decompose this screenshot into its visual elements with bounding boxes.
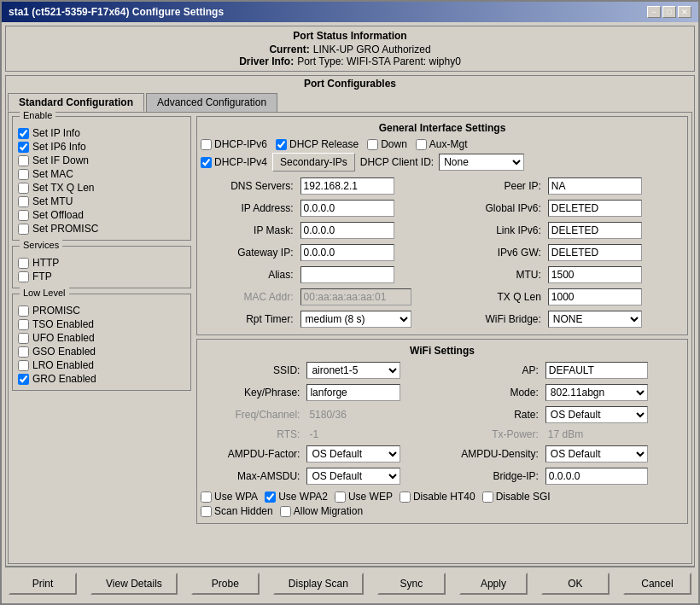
rpt-timer-select[interactable]: medium (8 s) <box>300 311 411 328</box>
use-wpa-label: Use WPA <box>214 491 258 503</box>
rts-label: RTS: <box>202 427 302 442</box>
ip-mask-input[interactable] <box>300 222 394 239</box>
tab-standard[interactable]: Standard Configuration <box>8 93 144 112</box>
gateway-ip-input[interactable] <box>300 244 394 261</box>
set-ip6-info-label: Set IP6 Info <box>32 141 86 153</box>
cancel-button[interactable]: Cancel <box>623 573 691 595</box>
wifi-bridge-select[interactable]: NONE <box>548 311 642 328</box>
bridge-ip-input[interactable] <box>545 468 648 485</box>
set-promisc-checkbox[interactable] <box>18 224 29 235</box>
dhcp-release-label: DHCP Release <box>289 138 359 150</box>
allow-migration-checkbox[interactable] <box>280 506 291 517</box>
gro-enabled-label: GRO Enabled <box>32 373 96 385</box>
disable-sgi-checkbox[interactable] <box>482 492 493 503</box>
scan-hidden-checkbox[interactable] <box>201 506 212 517</box>
peer-ip-input[interactable] <box>548 177 642 195</box>
use-wep-checkbox[interactable] <box>335 492 346 503</box>
tab-content-area: Enable Set IP Info Set IP6 Info Set IF D… <box>8 112 692 564</box>
ipv6-gw-input[interactable] <box>548 244 642 261</box>
configuration-tabs: Standard Configuration Advanced Configur… <box>8 93 692 112</box>
http-checkbox[interactable] <box>18 258 29 269</box>
print-button[interactable]: Print <box>9 573 77 595</box>
maximize-button[interactable]: □ <box>662 6 676 18</box>
ok-button[interactable]: OK <box>541 573 610 595</box>
key-phrase-input[interactable] <box>306 384 400 401</box>
ampdu-factor-select[interactable]: OS Default <box>306 445 400 462</box>
set-tx-q-len-checkbox[interactable] <box>18 183 29 194</box>
gateway-ip-label: Gateway IP: <box>202 242 296 263</box>
dhcp-ipv4-checkbox[interactable] <box>201 157 212 168</box>
list-item: Set TX Q Len <box>18 182 185 194</box>
list-item: Set IP6 Info <box>18 141 185 153</box>
close-button[interactable]: ✕ <box>678 6 691 18</box>
dhcp-ipv6-checkbox[interactable] <box>201 139 212 150</box>
tab-advanced[interactable]: Advanced Configuration <box>146 93 277 112</box>
secondary-ips-button[interactable]: Secondary-IPs <box>272 153 355 172</box>
ssid-select[interactable]: aironet1-5 <box>306 362 400 379</box>
list-item: TSO Enabled <box>18 318 185 330</box>
global-ipv6-input[interactable] <box>548 200 642 217</box>
driver-value: Port Type: WIFI-STA Parent: wiphy0 <box>297 55 461 67</box>
table-row: Alias: MTU: <box>202 265 682 285</box>
ampdu-density-cell: OS Default <box>543 444 682 464</box>
ftp-label: FTP <box>32 271 52 282</box>
rpt-timer-label: Rpt Timer: <box>202 309 296 329</box>
allow-migration-field: Allow Migration <box>280 505 363 517</box>
down-checkbox[interactable] <box>367 139 378 150</box>
lro-enabled-checkbox[interactable] <box>18 360 29 371</box>
ap-input[interactable] <box>545 362 648 379</box>
view-details-button[interactable]: View Details <box>90 573 178 595</box>
set-offload-checkbox[interactable] <box>18 210 29 221</box>
probe-button[interactable]: Probe <box>191 573 260 595</box>
services-group-title: Services <box>20 240 62 250</box>
dhcp-client-id-select[interactable]: None <box>439 154 524 171</box>
gateway-ip-cell <box>298 242 458 263</box>
gso-enabled-checkbox[interactable] <box>18 346 29 358</box>
set-ip-info-checkbox[interactable] <box>18 128 29 139</box>
set-promisc-label: Set PROMISC <box>32 223 98 235</box>
mtu-input[interactable] <box>548 266 642 283</box>
minimize-button[interactable]: − <box>647 6 661 18</box>
tso-enabled-label: TSO Enabled <box>32 318 94 330</box>
gro-enabled-checkbox[interactable] <box>18 374 29 385</box>
list-item: LRO Enabled <box>18 359 185 371</box>
right-panel: General Interface Settings DHCP-IPv6 DHC… <box>196 116 688 560</box>
dns-input[interactable] <box>300 177 394 195</box>
scan-hidden-label: Scan Hidden <box>214 505 273 517</box>
set-ip6-info-checkbox[interactable] <box>18 142 29 153</box>
max-amsdu-select[interactable]: OS Default <box>306 468 400 485</box>
general-settings-table: DNS Servers: Peer IP: IP Address: Global… <box>201 174 684 331</box>
alias-input[interactable] <box>300 266 394 283</box>
tx-q-len-input[interactable] <box>548 288 642 305</box>
link-ipv6-input[interactable] <box>548 222 642 239</box>
rate-select[interactable]: OS Default <box>545 406 648 423</box>
use-wep-label: Use WEP <box>348 491 393 503</box>
aux-mgt-checkbox[interactable] <box>416 139 427 150</box>
dns-label: DNS Servers: <box>202 176 296 196</box>
ufo-enabled-checkbox[interactable] <box>18 333 29 344</box>
set-mac-checkbox[interactable] <box>18 169 29 180</box>
rts-cell: -1 <box>304 427 432 442</box>
ftp-checkbox[interactable] <box>18 271 29 282</box>
use-wpa2-checkbox[interactable] <box>265 492 276 503</box>
dhcp-ipv6-field: DHCP-IPv6 <box>201 138 267 150</box>
set-mtu-checkbox[interactable] <box>18 196 29 207</box>
promisc-checkbox[interactable] <box>18 305 29 317</box>
set-mtu-label: Set MTU <box>32 195 73 207</box>
display-scan-button[interactable]: Display Scan <box>273 573 364 595</box>
mode-select[interactable]: 802.11abgn <box>545 384 648 401</box>
sync-button[interactable]: Sync <box>377 573 446 595</box>
dhcp-release-checkbox[interactable] <box>276 139 287 150</box>
freq-channel-label: Freq/Channel: <box>202 404 302 425</box>
use-wpa-checkbox[interactable] <box>201 492 212 503</box>
disable-ht40-checkbox[interactable] <box>400 492 411 503</box>
set-if-down-checkbox[interactable] <box>18 155 29 166</box>
apply-button[interactable]: Apply <box>459 573 528 595</box>
alias-cell <box>298 265 458 285</box>
rpt-timer-cell: medium (8 s) <box>298 309 458 329</box>
allow-migration-label: Allow Migration <box>294 505 363 517</box>
tso-enabled-checkbox[interactable] <box>18 319 29 330</box>
ip-address-input[interactable] <box>300 200 394 217</box>
ampdu-density-select[interactable]: OS Default <box>545 445 648 462</box>
bridge-ip-cell <box>543 466 682 486</box>
